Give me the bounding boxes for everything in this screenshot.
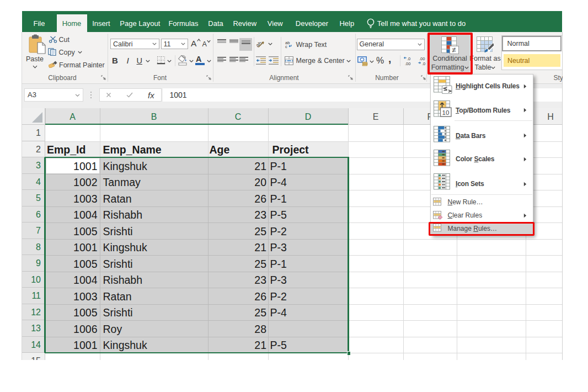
svg-text:.00: .00 <box>405 61 410 66</box>
svg-text:10: 10 <box>442 109 449 116</box>
svg-text:.0: .0 <box>407 56 410 61</box>
svg-text:c: c <box>285 44 287 48</box>
svg-text:.0: .0 <box>422 61 425 66</box>
svg-text:.00: .00 <box>419 56 425 61</box>
